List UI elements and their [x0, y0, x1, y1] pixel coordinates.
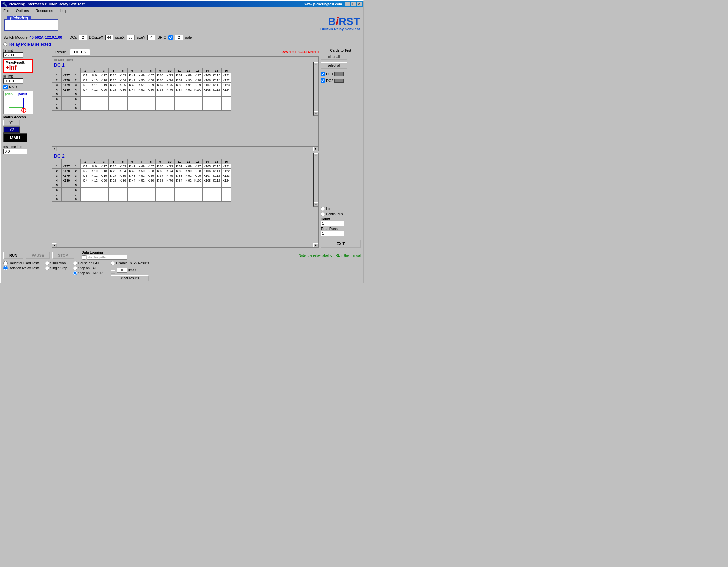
simulation-radio[interactable]: [45, 261, 49, 265]
menu-help[interactable]: Help: [58, 8, 69, 13]
stop-on-error-radio[interactable]: [73, 271, 77, 275]
loop-radio[interactable]: [321, 207, 325, 211]
menu-file[interactable]: File: [2, 8, 11, 13]
switch-module-label: Switch Module: [3, 35, 28, 39]
dc2-checkbox[interactable]: [321, 78, 325, 83]
dc1-title: DC 1: [52, 62, 313, 68]
test-time-input[interactable]: [3, 149, 27, 154]
dc1-hscroll-left[interactable]: ◄: [52, 147, 57, 151]
note-text: Note: the relay label K = RL in the manu…: [299, 254, 361, 257]
lo-limit-label: lo limit: [3, 74, 50, 78]
disable-pass-label: Disable PASS Results: [116, 261, 149, 265]
dc2-swatch: [334, 79, 344, 83]
dc2-scroll-down[interactable]: ▼: [314, 202, 318, 206]
dc1-grid: 123456789101112131415161K1771K 1K 9K 17K…: [52, 68, 231, 111]
window-title: Pickering Interfaces Built-In Relay Self…: [9, 2, 85, 6]
dc2-scrollbar[interactable]: ▲ ▼: [313, 153, 318, 207]
isolation-relay-label: Isolation Relay Tests: [9, 266, 40, 270]
switch-module-value: 40-562A-122,0,1.00: [30, 35, 62, 39]
bric-label: BRIC: [157, 35, 166, 39]
dc1-checkbox-label: DC1: [326, 72, 333, 76]
y1-button[interactable]: Y1: [3, 120, 20, 126]
limitx-down[interactable]: ▼: [111, 270, 115, 274]
relay-pole-radio[interactable]: [3, 42, 7, 46]
left-panel: hi limit MeasResult +Inf lo limit A & B …: [3, 49, 50, 248]
sizey-label: sizeY: [137, 35, 146, 39]
dc1-scroll-up[interactable]: ▲: [314, 62, 318, 66]
sizey-value: 4: [147, 35, 155, 40]
close-button[interactable]: ✕: [357, 2, 362, 6]
stop-on-fail-label: Stop on FAIL: [78, 266, 98, 270]
maximize-button[interactable]: □: [351, 2, 356, 6]
hi-limit-input[interactable]: [3, 52, 23, 58]
meas-result-value: +Inf: [6, 64, 31, 71]
y2-button[interactable]: Y2: [3, 126, 20, 133]
dc2-title: DC 2: [52, 153, 313, 159]
continuous-radio[interactable]: [321, 212, 325, 216]
limitx-label: limitX: [128, 268, 136, 272]
limitx-up[interactable]: ▲: [111, 267, 115, 270]
dc2-scroll-up[interactable]: ▲: [314, 153, 318, 157]
iso-relays-label: Isolation Relays: [54, 58, 73, 61]
relay-pole-row: Relay Pole B selected: [1, 41, 363, 47]
exit-button[interactable]: EXIT: [321, 240, 361, 248]
title-bar: 🔧 Pickering Interfaces Built-In Relay Se…: [1, 1, 363, 7]
isolation-relay-radio[interactable]: [3, 266, 8, 270]
menu-options[interactable]: Options: [15, 8, 30, 13]
ab-checkbox[interactable]: [3, 85, 8, 89]
right-panel: Cards to Test clear all select all DC1 D…: [321, 49, 361, 248]
tab-dc12[interactable]: DC 1, 2: [70, 49, 90, 55]
stop-button[interactable]: STOP: [52, 252, 74, 259]
data-logging-label: Data Logging: [82, 251, 127, 254]
website-label: www.pickeringtest.com: [305, 2, 342, 6]
birst-b: B: [328, 15, 336, 28]
log-path-input[interactable]: [87, 255, 127, 260]
pole-label: pole: [185, 35, 192, 39]
log-checkbox[interactable]: [82, 255, 86, 260]
count-label: Count: [321, 217, 361, 221]
cards-to-test-label: Cards to Test: [321, 49, 361, 52]
mmu-button[interactable]: MMU: [3, 133, 27, 142]
birst-rst: RST: [339, 15, 360, 28]
dc1-scrollbar[interactable]: ▲ ▼: [313, 62, 318, 116]
rev-text: Rev 1.2.0 2-FEB-2010: [281, 50, 319, 54]
run-button[interactable]: RUN: [3, 252, 23, 259]
menu-bar: File Options Resources Help: [1, 7, 363, 14]
bric-checkbox[interactable]: [168, 35, 173, 40]
select-all-button[interactable]: select all: [321, 62, 347, 69]
single-step-label: Single Step: [50, 266, 67, 270]
sizex-label: sizeX: [115, 35, 125, 39]
center-panel: Result DC 1, 2 Rev 1.2.0 2-FEB-2010 Isol…: [52, 49, 319, 248]
daughter-card-radio[interactable]: [3, 261, 8, 265]
relay-pole-text: Relay Pole B selected: [9, 42, 51, 47]
lo-limit-input[interactable]: [3, 78, 23, 84]
dc2-hscroll-left[interactable]: ◄: [52, 243, 57, 247]
birst-subtitle: Built-In Relay Self-Test: [320, 27, 360, 31]
clear-results-button[interactable]: clear results: [111, 275, 149, 281]
sizex-value: 88: [127, 35, 135, 40]
dc1-scroll-down[interactable]: ▼: [314, 111, 318, 115]
bric-value: 2: [175, 35, 183, 40]
tab-result[interactable]: Result: [52, 49, 69, 55]
dcsizex-value: 44: [105, 35, 113, 40]
count-input[interactable]: [321, 221, 344, 226]
menu-resources[interactable]: Resources: [34, 8, 55, 13]
pause-on-fail-radio[interactable]: [73, 261, 77, 265]
dc1-hscroll-right[interactable]: ►: [313, 147, 318, 151]
clear-all-button[interactable]: clear all: [321, 54, 347, 60]
limitx-input[interactable]: [117, 268, 127, 273]
continuous-label: Continuous: [326, 212, 343, 216]
pause-button[interactable]: PAUSE: [26, 252, 50, 259]
total-runs-input[interactable]: [321, 231, 344, 236]
dc2-hscroll-right[interactable]: ►: [313, 243, 318, 247]
dc2-grid: 123456789101112131415161K1771K 1K 9K 17K…: [52, 159, 231, 202]
dc1-swatch: [334, 72, 344, 76]
dc1-checkbox[interactable]: [321, 72, 325, 76]
ab-label: A & B: [9, 85, 17, 89]
total-runs-label: Total Runs: [321, 227, 361, 231]
stop-on-fail-radio[interactable]: [73, 266, 77, 270]
minimize-button[interactable]: —: [345, 2, 350, 6]
dcsizex-label: DCsizeX: [89, 35, 103, 39]
disable-pass-radio[interactable]: [111, 261, 115, 265]
single-step-radio[interactable]: [45, 266, 49, 270]
